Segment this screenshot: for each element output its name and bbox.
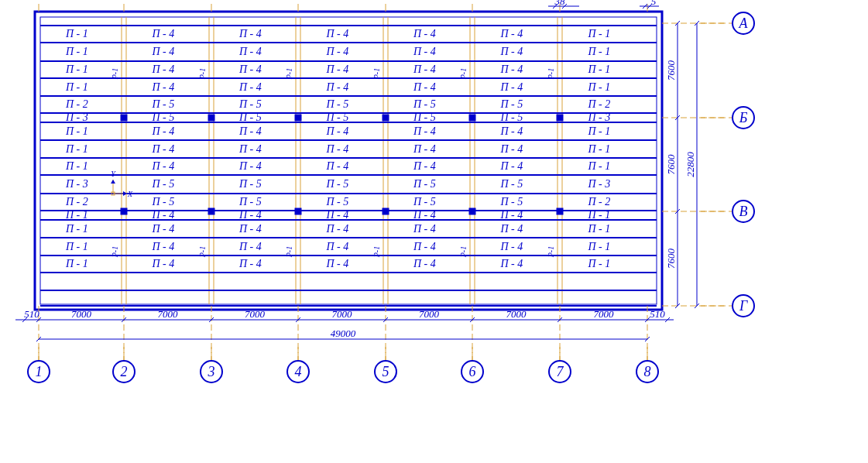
column [557, 208, 563, 214]
slab-label: П - 2 [588, 196, 611, 207]
slab-label: П - 4 [152, 160, 175, 172]
slab-label: П - 4 [413, 160, 436, 172]
beam-label: Р-1 [285, 68, 293, 80]
slab-label: П - 1 [588, 160, 611, 172]
slab-label: П - 4 [500, 81, 523, 93]
slab-label: П - 2 [65, 196, 88, 207]
slab-label: П - 2 [588, 98, 611, 110]
dim-label: 5 [651, 0, 657, 7]
slab-label: П - 1 [65, 241, 88, 252]
slab-label: П - 3 [65, 111, 88, 123]
column [383, 208, 389, 214]
slab-label: П - 1 [588, 28, 611, 39]
slab-label: П - 1 [588, 125, 611, 137]
column [121, 208, 127, 214]
slab-label: П - 1 [588, 209, 611, 221]
slab-label: П - 5 [238, 98, 262, 110]
slab-label: П - 4 [238, 125, 262, 137]
slab-label: П - 4 [238, 160, 262, 172]
slab-label: П - 4 [500, 63, 523, 75]
slab-label: П - 1 [65, 81, 88, 93]
axis-label: Б [739, 110, 748, 125]
slab-label: П - 5 [500, 196, 523, 207]
slab-label: П - 4 [326, 223, 349, 235]
axis-label: 1 [36, 364, 43, 379]
slab-label: П - 5 [413, 178, 436, 190]
slab-label: П - 4 [326, 28, 349, 39]
dim-label: 7000 [245, 308, 266, 320]
dim-label: 7000 [71, 308, 92, 320]
slab-label: П - 4 [413, 241, 436, 252]
slab-label: П - 4 [500, 143, 523, 155]
slab-label: П - 4 [326, 46, 349, 57]
slab-label: П - 2 [65, 98, 88, 110]
axis-label: 5 [383, 364, 389, 379]
column [295, 208, 301, 214]
axis-label: 2 [121, 364, 128, 379]
slab-label: П - 4 [152, 223, 175, 235]
axis-label: 8 [644, 364, 651, 379]
slab-label: П - 5 [326, 178, 349, 190]
slab-label: П - 4 [500, 46, 523, 57]
slab-label: П - 4 [238, 28, 262, 39]
slab-label: П - 1 [588, 81, 611, 93]
slab-label: П - 5 [413, 111, 436, 123]
slab-label: П - 1 [65, 258, 88, 269]
slab-label: П - 1 [65, 223, 88, 235]
slab-label: П - 4 [152, 46, 175, 57]
slab-label: П - 4 [500, 125, 523, 137]
dim-label: 38 [554, 0, 566, 7]
slab-label: П - 1 [588, 46, 611, 57]
slab-label: П - 5 [326, 196, 349, 207]
slab-label: П - 4 [152, 143, 175, 155]
slab-label: П - 1 [588, 258, 611, 269]
slab-label: П - 4 [238, 223, 262, 235]
slab-label: П - 4 [326, 143, 349, 155]
slab-label: П - 4 [500, 223, 523, 235]
slab-label: П - 5 [326, 111, 349, 123]
slab-label: П - 4 [152, 81, 175, 93]
slab-label: П - 1 [65, 209, 88, 221]
slab-label: П - 5 [152, 178, 175, 190]
slab-label: П - 1 [65, 28, 88, 39]
dim-label: 22800 [684, 152, 696, 177]
slab-label: П - 4 [326, 63, 349, 75]
slab-label: П - 4 [413, 258, 436, 269]
slab-label: П - 4 [152, 63, 175, 75]
slab-label: П - 4 [238, 209, 262, 221]
slab-label: П - 4 [326, 258, 349, 269]
slab-label: П - 4 [238, 63, 262, 75]
slab-label: П - 1 [588, 223, 611, 235]
slab-label: П - 4 [413, 28, 436, 39]
dim-label: 7600 [665, 154, 677, 175]
slab-label: П - 4 [152, 258, 175, 269]
dim-label: 7600 [665, 249, 677, 269]
slab-label: П - 3 [588, 111, 611, 123]
dim-label: 7600 [665, 60, 677, 81]
slab-label: П - 4 [500, 258, 523, 269]
slab-label: П - 1 [588, 241, 611, 252]
slab-label: П - 4 [238, 143, 262, 155]
slab-label: П - 4 [238, 258, 262, 269]
dim-label: 7000 [332, 308, 353, 320]
beam-label: Р-1 [547, 246, 555, 258]
ucs-y-label: Y [111, 170, 116, 178]
slab-label: П - 4 [413, 209, 436, 221]
slab-label: П - 4 [413, 125, 436, 137]
slab-label: П - 4 [500, 241, 523, 252]
slab-label: П - 4 [326, 209, 349, 221]
slab-label: П - 1 [588, 63, 611, 75]
slab-label: П - 5 [500, 178, 523, 190]
slab-label: П - 4 [500, 28, 523, 39]
slab-label: П - 4 [413, 81, 436, 93]
slab-label: П - 5 [413, 98, 436, 110]
column [383, 115, 389, 121]
slab-label: П - 4 [238, 81, 262, 93]
slab-label: П - 5 [238, 111, 262, 123]
slab-label: П - 4 [500, 160, 523, 172]
axis-label: 3 [208, 364, 215, 379]
slab-label: П - 5 [152, 98, 175, 110]
slab-label: П - 4 [326, 81, 349, 93]
slab-label: П - 3 [588, 178, 611, 190]
column [295, 115, 301, 121]
